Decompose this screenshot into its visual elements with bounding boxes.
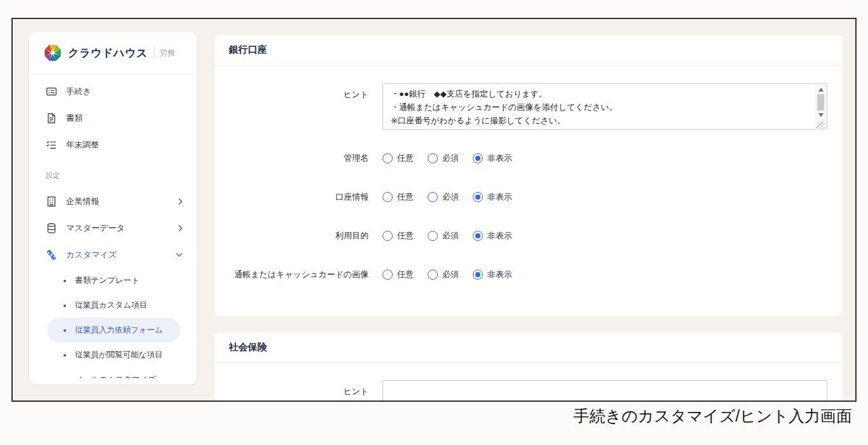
sidebar-subitem-employee-custom-fields[interactable]: 従業員カスタム項目	[47, 293, 180, 318]
field-label: 口座情報	[215, 191, 369, 203]
radio-icon[interactable]	[383, 231, 393, 241]
radio-label: 必須	[442, 230, 459, 242]
bullet-icon	[64, 329, 66, 332]
radio-group: 任意 必須 非表示	[383, 269, 512, 280]
radio-option-hidden[interactable]: 非表示	[473, 230, 512, 242]
radio-option-hidden[interactable]: 非表示	[473, 153, 512, 164]
radio-option-optional[interactable]: 任意	[383, 230, 414, 242]
radio-label: 必須	[442, 153, 459, 164]
field-label: 利用目的	[215, 230, 369, 242]
radio-label: 任意	[397, 269, 414, 280]
social-insurance-section: 社会保険 ヒント	[215, 332, 843, 402]
radio-option-optional[interactable]: 任意	[383, 153, 414, 164]
chevron-down-icon	[175, 252, 183, 257]
hint-field-row: ヒント	[215, 380, 843, 402]
radio-icon[interactable]	[473, 153, 483, 163]
sidebar-item-label: マスターデータ	[66, 222, 125, 234]
document-icon	[46, 113, 57, 124]
radio-label: 必須	[442, 191, 459, 203]
radio-label: 任意	[397, 191, 414, 203]
radio-icon[interactable]	[383, 192, 393, 202]
brand-header[interactable]: クラウドハウス 労務	[29, 32, 197, 74]
radio-option-hidden[interactable]: 非表示	[473, 191, 512, 203]
sidebar-subitem-label: 従業員入力依頼フォーム	[75, 325, 163, 336]
radio-icon[interactable]	[428, 153, 438, 163]
sidebar-item-yearend[interactable]: 年末調整	[29, 132, 197, 158]
hint-label: ヒント	[215, 83, 369, 100]
sidebar-subitem-mail-customize-clipped[interactable]: メールのカスタマイズ	[47, 367, 180, 378]
sidebar-subitem-employee-viewable-items[interactable]: 従業員が閲覧可能な項目	[47, 343, 180, 367]
scrollbar-thumb[interactable]	[817, 94, 824, 111]
building-icon	[46, 196, 57, 207]
brand-divider	[154, 47, 154, 58]
sidebar-item-label: 書類	[66, 113, 83, 124]
database-icon	[46, 222, 57, 234]
radio-option-required[interactable]: 必須	[428, 230, 459, 242]
field-label: 通帳またはキャッシュカードの画像	[215, 269, 369, 280]
radio-icon[interactable]	[473, 231, 483, 241]
screenshot-caption: 手続きのカスタマイズ/ヒント入力画面	[574, 406, 852, 427]
radio-option-hidden[interactable]: 非表示	[473, 269, 512, 280]
sidebar-subitem-employee-input-request-form[interactable]: 従業員入力依頼フォーム	[47, 318, 180, 343]
sidebar-item-label: 手続き	[66, 86, 91, 97]
hint-field-row: ヒント ・●●銀行 ◆◆支店を指定しております。 ・通帳またはキャッシュカードの…	[215, 83, 843, 130]
tools-icon	[46, 249, 57, 261]
radio-option-required[interactable]: 必須	[428, 269, 459, 280]
chevron-right-icon	[178, 224, 183, 232]
field-row-passbook-image: 通帳またはキャッシュカードの画像 任意 必須 非表示	[215, 269, 843, 280]
sidebar-item-documents[interactable]: 書類	[29, 105, 197, 132]
chevron-right-icon	[178, 198, 183, 205]
scroll-down-icon[interactable]	[818, 113, 824, 117]
radio-label: 非表示	[487, 269, 512, 280]
app-window: クラウドハウス 労務 手続き	[11, 18, 857, 402]
radio-label: 必須	[442, 269, 459, 280]
bullet-icon	[64, 354, 66, 357]
sidebar-nav: 手続き 書類	[29, 74, 197, 378]
radio-label: 任意	[397, 153, 414, 164]
radio-label: 非表示	[487, 191, 512, 203]
sidebar-item-procedures[interactable]: 手続き	[29, 78, 197, 105]
field-row-management-name: 管理名 任意 必須 非表示	[215, 153, 843, 163]
radio-option-optional[interactable]: 任意	[383, 191, 414, 203]
radio-icon[interactable]	[383, 153, 393, 163]
section-title: 銀行口座	[215, 35, 843, 65]
radio-icon[interactable]	[473, 270, 483, 280]
radio-group: 任意 必須 非表示	[383, 153, 512, 164]
bullet-icon	[64, 305, 66, 307]
field-row-account-info: 口座情報 任意 必須 非表示	[215, 191, 843, 202]
radio-option-required[interactable]: 必須	[428, 153, 459, 164]
radio-icon[interactable]	[473, 192, 483, 202]
radio-label: 非表示	[487, 153, 512, 164]
hint-textarea[interactable]: ・●●銀行 ◆◆支店を指定しております。 ・通帳またはキャッシュカードの画像を添…	[383, 83, 827, 130]
checklist-icon	[46, 139, 57, 151]
hint-label: ヒント	[215, 380, 369, 397]
sidebar-subitem-label: 従業員が閲覧可能な項目	[75, 350, 163, 360]
textarea-scrollbar[interactable]	[815, 85, 826, 130]
field-row-usage-purpose: 利用目的 任意 必須 非表示	[215, 230, 843, 241]
radio-icon[interactable]	[428, 192, 438, 202]
brand-name: クラウドハウス	[68, 46, 147, 60]
sidebar-item-label: 企業情報	[66, 196, 99, 207]
hint-textarea[interactable]	[383, 380, 827, 402]
scroll-up-icon[interactable]	[818, 88, 824, 92]
procedure-card-icon	[46, 86, 57, 97]
bank-account-section: 銀行口座 ヒント ・●●銀行 ◆◆支店を指定しております。 ・通帳またはキャッシ…	[215, 35, 843, 316]
settings-section-label: 設定	[46, 171, 197, 181]
section-title: 社会保険	[215, 332, 843, 363]
sidebar-subitem-doc-templates[interactable]: 書類テンプレート	[47, 268, 180, 293]
sidebar-item-label: カスタマイズ	[66, 249, 117, 261]
cloudhouse-logo-icon	[43, 43, 62, 62]
radio-icon[interactable]	[383, 270, 393, 280]
radio-group: 任意 必須 非表示	[383, 191, 512, 203]
radio-icon[interactable]	[428, 270, 438, 280]
radio-option-required[interactable]: 必須	[428, 191, 459, 203]
resize-grip-icon[interactable]	[817, 121, 825, 130]
sidebar-item-company-info[interactable]: 企業情報	[29, 188, 197, 215]
field-label: 管理名	[215, 153, 369, 164]
radio-option-optional[interactable]: 任意	[383, 269, 414, 280]
sidebar-subitem-label: 書類テンプレート	[75, 275, 139, 286]
radio-icon[interactable]	[428, 231, 438, 241]
sidebar-item-master-data[interactable]: マスターデータ	[29, 215, 197, 242]
sidebar: クラウドハウス 労務 手続き	[29, 32, 197, 385]
sidebar-item-customize[interactable]: カスタマイズ	[29, 242, 197, 268]
